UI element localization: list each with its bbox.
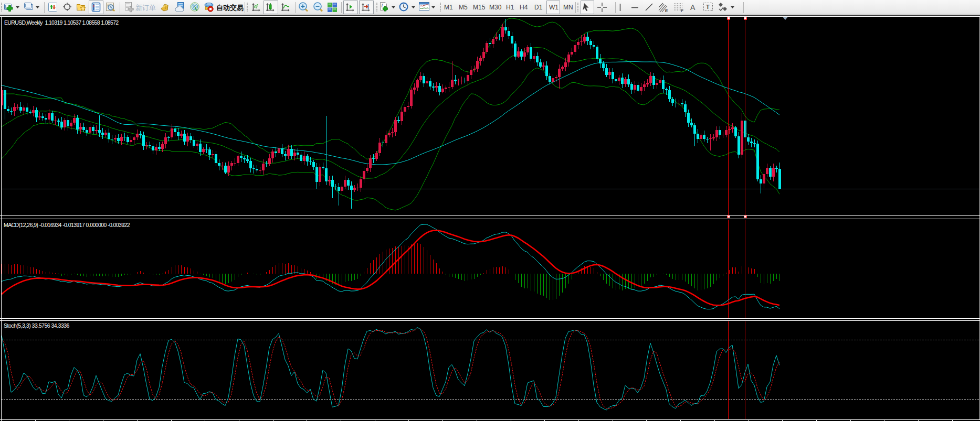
svg-text:EURUSD,Weekly 1.10319 1.10537: EURUSD,Weekly 1.10319 1.10537 1.08558 1.… [4, 19, 119, 26]
svg-text:MACD(12,26,9) -0.016934 -0.013: MACD(12,26,9) -0.016934 -0.013917 0.0000… [4, 222, 130, 228]
svg-text:Stoch(5,3,3) 33.5756 34.3336: Stoch(5,3,3) 33.5756 34.3336 [4, 322, 70, 329]
